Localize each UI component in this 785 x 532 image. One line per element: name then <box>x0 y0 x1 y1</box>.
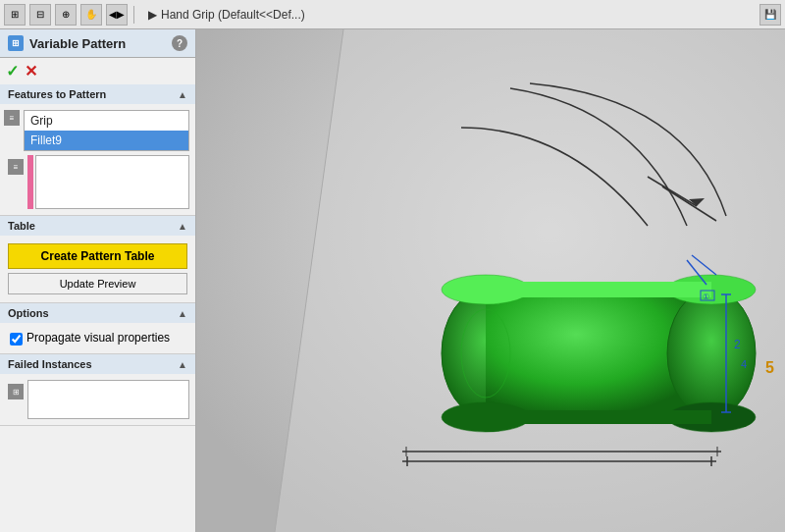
panel-icon: ⊞ <box>8 35 24 51</box>
svg-text:2: 2 <box>734 338 741 351</box>
toolbar-btn-arrows[interactable]: ◀▶ <box>106 4 128 26</box>
breadcrumb-arrow: ▶ <box>148 8 157 22</box>
pink-box-icon: ≡ <box>6 155 26 209</box>
failed-instances-inner: ⊞ <box>6 380 189 419</box>
table-header[interactable]: Table ▲ <box>0 216 195 236</box>
propagate-row: Propagate visual properties <box>4 327 191 349</box>
feature-input-box[interactable] <box>35 155 189 209</box>
toolbar-btn-snap[interactable]: ⊕ <box>55 4 77 26</box>
options-collapse-icon: ▲ <box>178 308 187 319</box>
features-to-pattern-label: Features to Pattern <box>8 88 106 100</box>
feature-item-grip[interactable]: Grip <box>25 111 188 131</box>
table-collapse-icon: ▲ <box>178 221 187 232</box>
toolbar-separator <box>133 6 134 24</box>
options-content: Propagate visual properties <box>0 323 195 353</box>
top-toolbar: ⊞ ⊟ ⊕ ✋ ◀▶ ▶ Hand Grip (Default<<Def...)… <box>0 0 785 29</box>
failed-instances-content: ⊞ <box>0 374 195 425</box>
toolbar-btn-hand[interactable]: ✋ <box>80 4 102 26</box>
svg-text:5: 5 <box>765 359 774 376</box>
svg-rect-17 <box>486 410 711 424</box>
pink-sidebar <box>27 155 33 209</box>
features-to-pattern-section: Features to Pattern ▲ ≡ Grip Fillet9 ≡ <box>0 84 195 216</box>
failed-instances-section: Failed Instances ▲ ⊞ <box>0 354 195 426</box>
panel-header: ⊞ Variable Pattern ? <box>0 29 195 58</box>
panel-title: Variable Pattern <box>29 36 126 51</box>
features-list-icon: ≡ <box>4 110 20 126</box>
failed-instances-label: Failed Instances <box>8 358 92 370</box>
toolbar-btn-move[interactable]: ⊟ <box>29 4 51 26</box>
viewport[interactable]: 2 4 5 ① <box>196 29 785 532</box>
features-to-pattern-content: ≡ Grip Fillet9 ≡ <box>0 104 195 215</box>
failed-input-box[interactable] <box>27 380 189 419</box>
cancel-button[interactable]: ✕ <box>25 62 37 80</box>
table-content: Create Pattern Table Update Preview <box>0 236 195 302</box>
table-section: Table ▲ Create Pattern Table Update Prev… <box>0 216 195 303</box>
options-section: Options ▲ Propagate visual properties <box>0 303 195 354</box>
propagate-checkbox[interactable] <box>10 333 23 346</box>
panel-title-row: ⊞ Variable Pattern <box>8 35 126 51</box>
failed-instances-collapse-icon: ▲ <box>178 359 187 370</box>
toolbar-save-icon[interactable]: 💾 <box>759 4 781 26</box>
confirm-button[interactable]: ✓ <box>6 62 19 80</box>
options-label: Options <box>8 307 49 319</box>
help-icon[interactable]: ? <box>172 35 187 51</box>
svg-rect-14 <box>486 282 711 297</box>
failed-instances-header[interactable]: Failed Instances ▲ <box>0 354 195 374</box>
svg-text:①: ① <box>703 293 709 301</box>
table-label: Table <box>8 220 35 232</box>
viewport-svg: 2 4 5 ① <box>196 29 785 532</box>
toolbar-btn-grid[interactable]: ⊞ <box>4 4 26 26</box>
svg-text:4: 4 <box>741 358 747 370</box>
svg-point-11 <box>667 290 756 417</box>
features-list: Grip Fillet9 <box>24 110 189 151</box>
features-to-pattern-header[interactable]: Features to Pattern ▲ <box>0 84 195 104</box>
propagate-label: Propagate visual properties <box>26 331 170 345</box>
options-header[interactable]: Options ▲ <box>0 303 195 323</box>
feature-item-fillet9[interactable]: Fillet9 <box>25 131 188 150</box>
failed-list-icon: ⊞ <box>8 384 24 399</box>
action-row: ✓ ✕ <box>0 58 195 84</box>
main-area: ⊞ Variable Pattern ? ✓ ✕ Features to Pat… <box>0 29 785 532</box>
left-panel: ⊞ Variable Pattern ? ✓ ✕ Features to Pat… <box>0 29 196 532</box>
failed-instances-icon: ⊞ <box>6 380 26 419</box>
breadcrumb-text: Hand Grip (Default<<Def...) <box>161 8 305 22</box>
secondary-list-icon: ≡ <box>8 159 24 175</box>
update-preview-button[interactable]: Update Preview <box>8 273 187 294</box>
create-pattern-table-button[interactable]: Create Pattern Table <box>8 243 187 269</box>
features-collapse-icon: ▲ <box>178 89 187 100</box>
pink-box-area: ≡ <box>6 155 189 209</box>
breadcrumb: ▶ Hand Grip (Default<<Def...) <box>140 8 313 22</box>
